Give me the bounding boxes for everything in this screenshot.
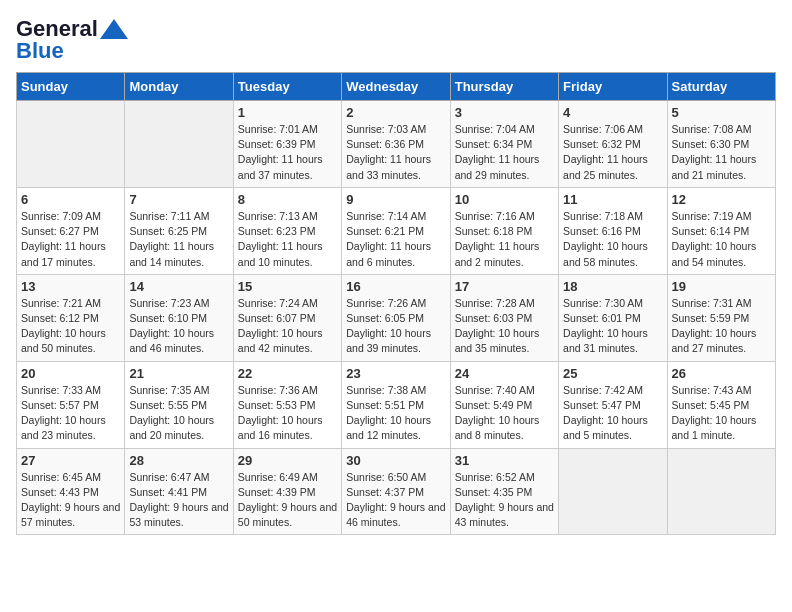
day-info: Sunrise: 7:13 AMSunset: 6:23 PMDaylight:… bbox=[238, 209, 337, 270]
calendar-cell: 28 Sunrise: 6:47 AMSunset: 4:41 PMDaylig… bbox=[125, 448, 233, 535]
day-number: 30 bbox=[346, 453, 445, 468]
calendar-cell: 7 Sunrise: 7:11 AMSunset: 6:25 PMDayligh… bbox=[125, 187, 233, 274]
day-number: 24 bbox=[455, 366, 554, 381]
day-info: Sunrise: 6:45 AMSunset: 4:43 PMDaylight:… bbox=[21, 470, 120, 531]
day-number: 7 bbox=[129, 192, 228, 207]
day-number: 4 bbox=[563, 105, 662, 120]
calendar-cell: 20 Sunrise: 7:33 AMSunset: 5:57 PMDaylig… bbox=[17, 361, 125, 448]
day-info: Sunrise: 7:28 AMSunset: 6:03 PMDaylight:… bbox=[455, 296, 554, 357]
calendar-table: SundayMondayTuesdayWednesdayThursdayFrid… bbox=[16, 72, 776, 535]
day-info: Sunrise: 7:03 AMSunset: 6:36 PMDaylight:… bbox=[346, 122, 445, 183]
day-number: 9 bbox=[346, 192, 445, 207]
day-info: Sunrise: 7:21 AMSunset: 6:12 PMDaylight:… bbox=[21, 296, 120, 357]
calendar-cell: 11 Sunrise: 7:18 AMSunset: 6:16 PMDaylig… bbox=[559, 187, 667, 274]
day-info: Sunrise: 7:06 AMSunset: 6:32 PMDaylight:… bbox=[563, 122, 662, 183]
day-number: 27 bbox=[21, 453, 120, 468]
day-number: 12 bbox=[672, 192, 771, 207]
calendar-cell: 6 Sunrise: 7:09 AMSunset: 6:27 PMDayligh… bbox=[17, 187, 125, 274]
weekday-header: Thursday bbox=[450, 73, 558, 101]
day-number: 1 bbox=[238, 105, 337, 120]
day-number: 26 bbox=[672, 366, 771, 381]
day-info: Sunrise: 7:33 AMSunset: 5:57 PMDaylight:… bbox=[21, 383, 120, 444]
day-number: 25 bbox=[563, 366, 662, 381]
day-info: Sunrise: 6:49 AMSunset: 4:39 PMDaylight:… bbox=[238, 470, 337, 531]
day-info: Sunrise: 7:08 AMSunset: 6:30 PMDaylight:… bbox=[672, 122, 771, 183]
day-info: Sunrise: 7:42 AMSunset: 5:47 PMDaylight:… bbox=[563, 383, 662, 444]
day-info: Sunrise: 7:38 AMSunset: 5:51 PMDaylight:… bbox=[346, 383, 445, 444]
day-info: Sunrise: 7:23 AMSunset: 6:10 PMDaylight:… bbox=[129, 296, 228, 357]
day-info: Sunrise: 7:14 AMSunset: 6:21 PMDaylight:… bbox=[346, 209, 445, 270]
day-info: Sunrise: 7:11 AMSunset: 6:25 PMDaylight:… bbox=[129, 209, 228, 270]
calendar-cell: 29 Sunrise: 6:49 AMSunset: 4:39 PMDaylig… bbox=[233, 448, 341, 535]
calendar-week-row: 6 Sunrise: 7:09 AMSunset: 6:27 PMDayligh… bbox=[17, 187, 776, 274]
day-info: Sunrise: 7:40 AMSunset: 5:49 PMDaylight:… bbox=[455, 383, 554, 444]
day-info: Sunrise: 7:16 AMSunset: 6:18 PMDaylight:… bbox=[455, 209, 554, 270]
day-number: 2 bbox=[346, 105, 445, 120]
weekday-header-row: SundayMondayTuesdayWednesdayThursdayFrid… bbox=[17, 73, 776, 101]
calendar-cell: 9 Sunrise: 7:14 AMSunset: 6:21 PMDayligh… bbox=[342, 187, 450, 274]
day-info: Sunrise: 7:30 AMSunset: 6:01 PMDaylight:… bbox=[563, 296, 662, 357]
day-number: 6 bbox=[21, 192, 120, 207]
logo-icon bbox=[100, 19, 128, 39]
weekday-header: Saturday bbox=[667, 73, 775, 101]
calendar-cell: 17 Sunrise: 7:28 AMSunset: 6:03 PMDaylig… bbox=[450, 274, 558, 361]
day-number: 14 bbox=[129, 279, 228, 294]
calendar-cell bbox=[125, 101, 233, 188]
day-info: Sunrise: 7:01 AMSunset: 6:39 PMDaylight:… bbox=[238, 122, 337, 183]
day-info: Sunrise: 7:43 AMSunset: 5:45 PMDaylight:… bbox=[672, 383, 771, 444]
day-number: 18 bbox=[563, 279, 662, 294]
calendar-week-row: 20 Sunrise: 7:33 AMSunset: 5:57 PMDaylig… bbox=[17, 361, 776, 448]
day-number: 13 bbox=[21, 279, 120, 294]
calendar-cell: 14 Sunrise: 7:23 AMSunset: 6:10 PMDaylig… bbox=[125, 274, 233, 361]
calendar-cell: 3 Sunrise: 7:04 AMSunset: 6:34 PMDayligh… bbox=[450, 101, 558, 188]
calendar-cell: 16 Sunrise: 7:26 AMSunset: 6:05 PMDaylig… bbox=[342, 274, 450, 361]
calendar-cell bbox=[17, 101, 125, 188]
day-info: Sunrise: 7:35 AMSunset: 5:55 PMDaylight:… bbox=[129, 383, 228, 444]
calendar-cell: 30 Sunrise: 6:50 AMSunset: 4:37 PMDaylig… bbox=[342, 448, 450, 535]
day-number: 3 bbox=[455, 105, 554, 120]
day-number: 8 bbox=[238, 192, 337, 207]
day-number: 23 bbox=[346, 366, 445, 381]
day-number: 28 bbox=[129, 453, 228, 468]
calendar-cell: 22 Sunrise: 7:36 AMSunset: 5:53 PMDaylig… bbox=[233, 361, 341, 448]
calendar-cell: 19 Sunrise: 7:31 AMSunset: 5:59 PMDaylig… bbox=[667, 274, 775, 361]
day-info: Sunrise: 7:04 AMSunset: 6:34 PMDaylight:… bbox=[455, 122, 554, 183]
weekday-header: Friday bbox=[559, 73, 667, 101]
day-number: 10 bbox=[455, 192, 554, 207]
calendar-cell: 13 Sunrise: 7:21 AMSunset: 6:12 PMDaylig… bbox=[17, 274, 125, 361]
day-info: Sunrise: 7:36 AMSunset: 5:53 PMDaylight:… bbox=[238, 383, 337, 444]
day-number: 31 bbox=[455, 453, 554, 468]
day-info: Sunrise: 7:26 AMSunset: 6:05 PMDaylight:… bbox=[346, 296, 445, 357]
day-number: 20 bbox=[21, 366, 120, 381]
day-number: 11 bbox=[563, 192, 662, 207]
weekday-header: Wednesday bbox=[342, 73, 450, 101]
day-info: Sunrise: 6:52 AMSunset: 4:35 PMDaylight:… bbox=[455, 470, 554, 531]
page-header: General Blue bbox=[16, 16, 776, 64]
calendar-cell: 12 Sunrise: 7:19 AMSunset: 6:14 PMDaylig… bbox=[667, 187, 775, 274]
calendar-cell: 15 Sunrise: 7:24 AMSunset: 6:07 PMDaylig… bbox=[233, 274, 341, 361]
weekday-header: Sunday bbox=[17, 73, 125, 101]
day-info: Sunrise: 7:19 AMSunset: 6:14 PMDaylight:… bbox=[672, 209, 771, 270]
calendar-cell: 26 Sunrise: 7:43 AMSunset: 5:45 PMDaylig… bbox=[667, 361, 775, 448]
svg-marker-0 bbox=[100, 19, 128, 39]
calendar-week-row: 27 Sunrise: 6:45 AMSunset: 4:43 PMDaylig… bbox=[17, 448, 776, 535]
calendar-cell: 10 Sunrise: 7:16 AMSunset: 6:18 PMDaylig… bbox=[450, 187, 558, 274]
calendar-cell: 5 Sunrise: 7:08 AMSunset: 6:30 PMDayligh… bbox=[667, 101, 775, 188]
logo: General Blue bbox=[16, 16, 128, 64]
calendar-cell: 27 Sunrise: 6:45 AMSunset: 4:43 PMDaylig… bbox=[17, 448, 125, 535]
day-number: 17 bbox=[455, 279, 554, 294]
calendar-cell: 23 Sunrise: 7:38 AMSunset: 5:51 PMDaylig… bbox=[342, 361, 450, 448]
logo-blue: Blue bbox=[16, 38, 64, 64]
day-info: Sunrise: 6:47 AMSunset: 4:41 PMDaylight:… bbox=[129, 470, 228, 531]
day-number: 15 bbox=[238, 279, 337, 294]
calendar-cell: 1 Sunrise: 7:01 AMSunset: 6:39 PMDayligh… bbox=[233, 101, 341, 188]
calendar-cell: 21 Sunrise: 7:35 AMSunset: 5:55 PMDaylig… bbox=[125, 361, 233, 448]
day-info: Sunrise: 7:09 AMSunset: 6:27 PMDaylight:… bbox=[21, 209, 120, 270]
calendar-cell: 18 Sunrise: 7:30 AMSunset: 6:01 PMDaylig… bbox=[559, 274, 667, 361]
day-number: 29 bbox=[238, 453, 337, 468]
calendar-cell: 24 Sunrise: 7:40 AMSunset: 5:49 PMDaylig… bbox=[450, 361, 558, 448]
day-number: 5 bbox=[672, 105, 771, 120]
day-info: Sunrise: 7:31 AMSunset: 5:59 PMDaylight:… bbox=[672, 296, 771, 357]
calendar-cell bbox=[559, 448, 667, 535]
day-info: Sunrise: 6:50 AMSunset: 4:37 PMDaylight:… bbox=[346, 470, 445, 531]
